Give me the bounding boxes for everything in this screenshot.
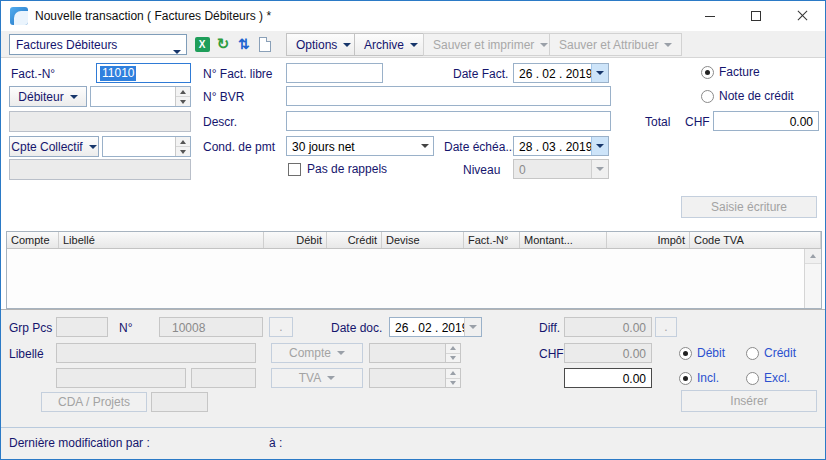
column-header-libelle[interactable]: Libellé — [59, 232, 264, 248]
chevron-down-icon — [664, 43, 672, 47]
total-label: Total — [645, 115, 670, 129]
column-header-credit[interactable]: Crédit — [327, 232, 382, 248]
incl-radio[interactable]: Incl. — [679, 371, 719, 385]
spinner-up-down[interactable] — [175, 137, 190, 156]
niveau-select: 0 — [513, 159, 609, 179]
cda-projets-button: CDA / Projets — [41, 392, 147, 412]
cond-pmt-select[interactable]: 30 jours net — [286, 136, 434, 156]
credit-radio[interactable]: Crédit — [746, 346, 796, 360]
spinner-up-icon[interactable] — [176, 137, 190, 146]
scroll-up-button[interactable] — [805, 249, 821, 264]
libelle-label: Libellé — [9, 347, 44, 361]
toolbar: Factures Débiteurs X ↻ ⇅ Options Archive… — [1, 31, 825, 58]
fact-libre-input[interactable] — [286, 63, 383, 83]
chevron-down-icon[interactable] — [416, 137, 433, 155]
date-doc-input[interactable]: 26 . 02 . 2019 — [389, 317, 482, 337]
chf-input: 0.00 — [564, 343, 652, 363]
spinner-down-icon — [446, 378, 460, 388]
pas-rappels-checkbox[interactable]: Pas de rappels — [288, 162, 387, 176]
excel-export-icon[interactable]: X — [193, 35, 211, 53]
save-print-button: Sauver et imprimer — [423, 33, 558, 56]
column-header-compte[interactable]: Compte — [7, 232, 59, 248]
spinner-down-icon — [446, 353, 460, 363]
descr-label: Descr. — [203, 115, 237, 129]
excl-radio[interactable]: Excl. — [746, 371, 790, 385]
status-bar: Dernière modification par : à : — [1, 427, 826, 459]
radio-icon — [701, 66, 714, 79]
maximize-icon — [751, 11, 761, 21]
calendar-dropdown-icon[interactable] — [591, 64, 608, 82]
chf-label: CHF — [539, 347, 564, 361]
cpte-collectif-button[interactable]: Cpte Collectif — [9, 136, 99, 157]
modified-by-label: Dernière modification par : — [9, 436, 150, 450]
fact-no-label: Fact.-N° — [11, 67, 55, 81]
libelle-extra-input — [56, 368, 186, 388]
grp-pcs-input — [56, 317, 108, 337]
radio-icon — [701, 90, 714, 103]
radio-icon — [746, 372, 759, 385]
chevron-down-icon — [410, 43, 418, 47]
spinner-down-icon[interactable] — [176, 146, 190, 156]
column-header-montant[interactable]: Montant... — [520, 232, 607, 248]
modified-at-label: à : — [269, 436, 282, 450]
piece-no-label: N° — [119, 321, 132, 335]
grp-pcs-label: Grp Pcs — [9, 321, 52, 335]
cpte-collectif-input[interactable] — [102, 136, 191, 157]
journal-select[interactable]: Factures Débiteurs — [9, 34, 187, 55]
radio-icon — [679, 372, 692, 385]
sort-arrows-icon[interactable]: ⇅ — [235, 35, 253, 53]
debit-radio[interactable]: Débit — [679, 346, 725, 360]
spinner-down-icon[interactable] — [176, 96, 190, 106]
date-echeance-input[interactable]: 28 . 03 . 2019 — [513, 136, 609, 156]
note-credit-radio[interactable]: Note de crédit — [701, 89, 794, 103]
entries-table: Compte Libellé Débit Crédit Devise Fact.… — [6, 231, 822, 309]
maximize-button[interactable] — [733, 1, 779, 31]
calendar-dropdown-icon[interactable] — [591, 137, 608, 155]
cond-pmt-label: Cond. de pmt — [203, 140, 275, 154]
spinner-up-down[interactable] — [175, 87, 190, 106]
options-button[interactable]: Options — [286, 33, 361, 56]
new-document-icon[interactable] — [256, 35, 274, 53]
debiteur-name-field — [9, 111, 191, 132]
spinner-up-down — [445, 344, 460, 362]
radio-icon — [679, 347, 692, 360]
table-scrollbar[interactable] — [804, 249, 821, 308]
date-fact-input[interactable]: 26 . 02 . 2019 — [513, 63, 609, 83]
debiteur-number-input[interactable] — [90, 86, 191, 107]
column-header-code-tva[interactable]: Code TVA — [690, 232, 821, 248]
total-input[interactable]: 0.00 — [713, 111, 819, 131]
column-header-fact-no[interactable]: Fact.-N° — [464, 232, 520, 248]
archive-button[interactable]: Archive — [354, 33, 428, 56]
calendar-dropdown-icon — [464, 318, 481, 336]
diff-label: Diff. — [539, 321, 560, 335]
bvr-input[interactable] — [286, 86, 611, 106]
table-header: Compte Libellé Débit Crédit Devise Fact.… — [7, 232, 821, 249]
chevron-down-icon — [327, 376, 335, 380]
facture-radio[interactable]: Facture — [701, 65, 760, 79]
minimize-button[interactable] — [687, 1, 733, 31]
montant-input[interactable]: 0.00 — [564, 368, 652, 388]
descr-input[interactable] — [286, 111, 611, 131]
refresh-icon[interactable]: ↻ — [214, 35, 232, 53]
chevron-down-icon — [540, 43, 548, 47]
column-header-debit[interactable]: Débit — [264, 232, 327, 248]
spinner-up-icon[interactable] — [176, 87, 190, 96]
inserer-button: Insérer — [681, 390, 817, 412]
cda-input — [151, 392, 208, 412]
fact-no-input[interactable]: 11010 — [96, 63, 191, 83]
libelle-input — [56, 343, 256, 363]
diff-input: 0.00 — [564, 317, 652, 337]
bvr-label: N° BVR — [203, 90, 244, 104]
diff-browse-button: . — [655, 317, 677, 337]
column-header-impot[interactable]: Impôt — [607, 232, 690, 248]
title-bar: Nouvelle transaction ( Factures Débiteur… — [1, 1, 825, 31]
date-fact-label: Date Fact. — [453, 67, 508, 81]
niveau-label: Niveau — [463, 163, 500, 177]
close-button[interactable] — [779, 1, 825, 31]
column-header-devise[interactable]: Devise — [382, 232, 464, 248]
debiteur-button[interactable]: Débiteur — [9, 86, 87, 107]
compte-button: Compte — [271, 343, 363, 363]
chevron-down-icon — [89, 145, 97, 149]
chevron-down-icon — [591, 160, 608, 178]
piece-no-input: 10008 — [159, 317, 263, 337]
